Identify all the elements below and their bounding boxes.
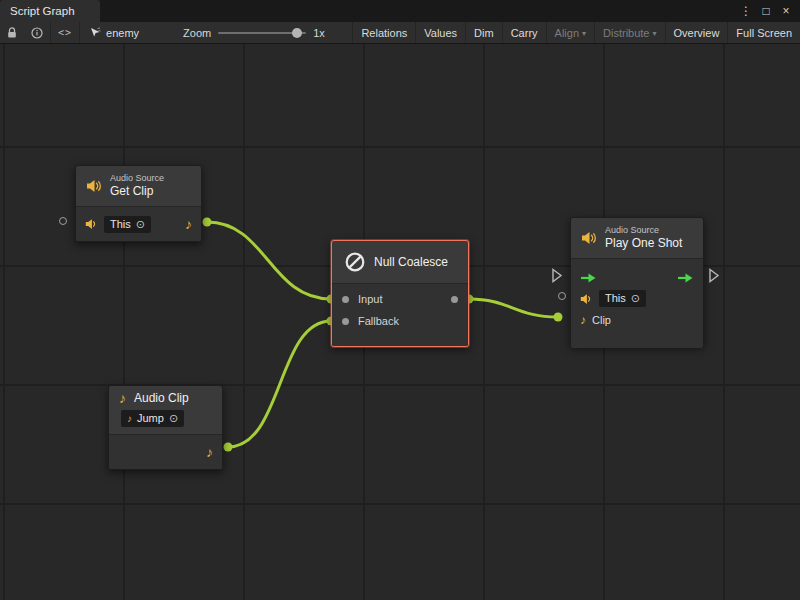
note-icon: ♪: [127, 414, 132, 424]
audio-clip-icon: ♪: [580, 314, 586, 326]
input-port-row[interactable]: Input: [332, 288, 468, 310]
node-play-one-shot[interactable]: Audio Source Play One Shot This ⊙: [570, 217, 704, 346]
pointer-icon: [90, 27, 101, 38]
audio-source-icon: [86, 179, 102, 193]
menu-icon[interactable]: ⋮: [738, 4, 754, 18]
this-field-value: This: [110, 217, 131, 232]
relations-label: Relations: [361, 27, 407, 39]
tab-script-graph[interactable]: Script Graph: [0, 0, 100, 22]
node-title: Get Clip: [110, 184, 164, 199]
fallback-port[interactable]: [342, 318, 349, 325]
wire-endpoint[interactable]: [224, 443, 233, 452]
clip-field-value: Jump: [137, 411, 164, 426]
align-label: Align: [555, 27, 579, 39]
chevron-down-icon: ▾: [653, 29, 657, 38]
info-icon[interactable]: [24, 22, 50, 43]
null-coalesce-icon: [344, 251, 366, 273]
zoom-slider[interactable]: [218, 32, 306, 34]
values-button[interactable]: Values: [415, 22, 465, 43]
node-title: Null Coalesce: [374, 255, 448, 269]
connection-wire[interactable]: [469, 299, 558, 317]
dim-button[interactable]: Dim: [465, 22, 502, 43]
graph-canvas[interactable]: Audio Source Get Clip This ⊙ ♪: [0, 44, 800, 600]
clip-port-label: Clip: [592, 314, 611, 326]
distribute-label: Distribute: [603, 27, 649, 39]
audio-clip-icon: ♪: [119, 391, 126, 405]
node-header[interactable]: ♪ Audio Clip: [109, 386, 222, 407]
zoom-control: Zoom 1x: [183, 27, 325, 39]
fallback-port-row[interactable]: Fallback: [332, 310, 468, 332]
zoom-value: 1x: [313, 27, 325, 39]
flow-output-triangle-icon[interactable]: [708, 268, 720, 283]
titlebar: Script Graph ⋮ □ ×: [0, 0, 800, 22]
audio-clip-output-icon: ♪: [185, 217, 192, 231]
this-object-field[interactable]: This ⊙: [104, 216, 151, 233]
node-header[interactable]: Audio Source Get Clip: [76, 166, 201, 206]
this-input-port[interactable]: [558, 292, 566, 300]
code-icon[interactable]: <>: [51, 22, 79, 43]
fallback-port-label: Fallback: [358, 315, 399, 327]
audio-source-icon: [581, 231, 597, 245]
flow-out-arrow-icon[interactable]: [677, 273, 694, 283]
fullscreen-label: Full Screen: [736, 27, 792, 39]
toolbar-buttons: Relations Values Dim Carry Align▾ Distri…: [352, 22, 800, 43]
flow-input-triangle-icon[interactable]: [551, 268, 563, 283]
node-audio-clip[interactable]: ♪ Audio Clip ♪ Jump ⊙ ♪: [108, 385, 223, 470]
node-category: Audio Source: [110, 173, 164, 184]
node-header[interactable]: Null Coalesce: [332, 241, 468, 283]
toolbar: <> enemy Zoom 1x Relations Values Dim Ca…: [0, 22, 800, 44]
close-icon[interactable]: ×: [778, 4, 794, 18]
input-port[interactable]: [342, 296, 349, 303]
flow-row: [571, 267, 703, 288]
node-get-clip[interactable]: Audio Source Get Clip This ⊙ ♪: [75, 165, 202, 242]
object-picker-icon[interactable]: ⊙: [631, 291, 640, 306]
connection-wire[interactable]: [207, 222, 331, 299]
lock-icon[interactable]: [0, 22, 24, 43]
relations-button[interactable]: Relations: [352, 22, 415, 43]
script-graph-window: Script Graph ⋮ □ × <> enemy Zoom 1x: [0, 0, 800, 600]
speaker-icon: [85, 218, 98, 230]
object-picker-icon[interactable]: ⊙: [169, 411, 178, 426]
carry-label: Carry: [511, 27, 538, 39]
input-port[interactable]: [59, 217, 67, 225]
flow-in-arrow-icon[interactable]: [580, 273, 597, 283]
audio-clip-output-icon: ♪: [206, 445, 213, 459]
fullscreen-button[interactable]: Full Screen: [727, 22, 800, 43]
wire-endpoint[interactable]: [554, 313, 563, 322]
graph-breadcrumb[interactable]: enemy: [80, 27, 149, 39]
node-title: Audio Clip: [134, 391, 189, 405]
node-header[interactable]: Audio Source Play One Shot: [571, 218, 703, 258]
this-row: This ⊙: [571, 288, 703, 309]
carry-button[interactable]: Carry: [502, 22, 546, 43]
maximize-icon[interactable]: □: [758, 4, 774, 18]
clip-object-field[interactable]: ♪ Jump ⊙: [121, 410, 184, 427]
wire-endpoint[interactable]: [203, 218, 212, 227]
clip-row: ♪ Clip: [571, 309, 703, 330]
node-category: Audio Source: [605, 225, 682, 236]
dim-label: Dim: [474, 27, 494, 39]
distribute-button[interactable]: Distribute▾: [594, 22, 664, 43]
node-null-coalesce[interactable]: Null Coalesce Input Fallback: [331, 240, 469, 347]
chevron-down-icon: ▾: [582, 29, 586, 38]
input-port-label: Input: [358, 293, 382, 305]
values-label: Values: [424, 27, 457, 39]
this-field-value: This: [605, 291, 626, 306]
window-controls: ⋮ □ ×: [738, 0, 800, 22]
zoom-slider-handle[interactable]: [292, 28, 302, 38]
clip-field-row: ♪ Jump ⊙: [109, 407, 222, 434]
overview-label: Overview: [674, 27, 720, 39]
this-object-field[interactable]: This ⊙: [599, 290, 646, 307]
connection-wire[interactable]: [228, 321, 331, 447]
zoom-label: Zoom: [183, 27, 211, 39]
object-picker-icon[interactable]: ⊙: [136, 217, 145, 232]
overview-button[interactable]: Overview: [665, 22, 728, 43]
graph-name-label: enemy: [106, 27, 139, 39]
node-title: Play One Shot: [605, 236, 682, 251]
speaker-icon: [580, 293, 593, 305]
result-output-port[interactable]: [451, 296, 458, 303]
align-button[interactable]: Align▾: [546, 22, 594, 43]
